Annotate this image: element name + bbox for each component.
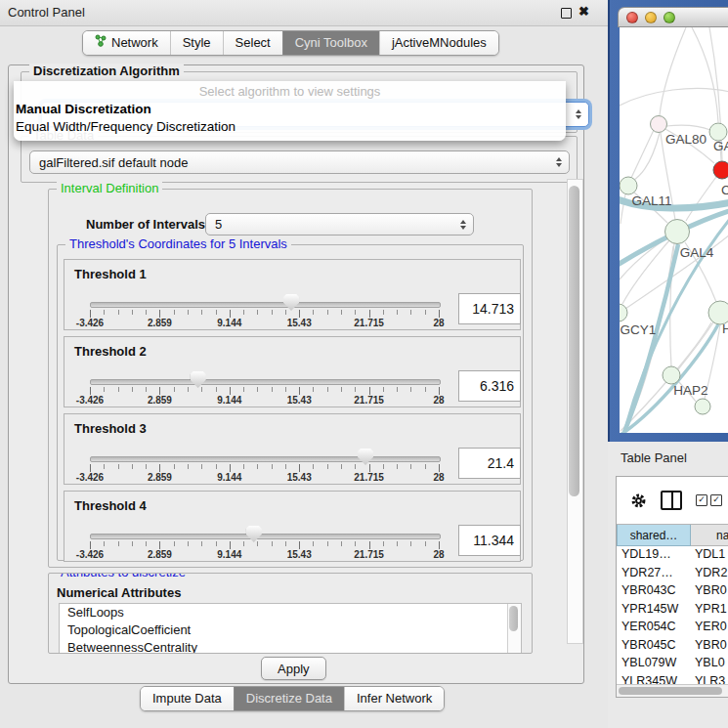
threshold-slider-thumb[interactable] [283,294,299,311]
threshold-value-field[interactable]: 11.344 [458,525,521,556]
tab-style[interactable]: Style [170,31,223,55]
network-node[interactable] [695,399,710,414]
tab-cyni-toolbox[interactable]: Cyni Toolbox [282,31,379,55]
tab-impute-data[interactable]: Impute Data [141,687,234,710]
control-panel-titlebar: Control Panel ✖ [0,0,608,26]
network-node[interactable] [651,116,667,133]
tick-label: 21.715 [354,395,384,406]
network-node-label: C [721,183,728,197]
table-row[interactable]: YBL079WYBL0 [617,654,728,672]
attribute-list-item[interactable]: TopologicalCoefficient [60,621,521,639]
algorithm-option[interactable]: Equal Width/Frequency Discretization [14,118,566,136]
attributes-list[interactable]: SelfLoopsTopologicalCoefficientBetweenne… [59,603,522,654]
table-panel-title: Table Panel [621,450,687,465]
slider-major-ticks [90,387,440,395]
table-row[interactable]: YBR045CYBR0 [617,636,728,655]
close-icon[interactable]: ✖ [578,4,589,19]
cell-shared-name: YBR045C [617,638,689,652]
table-row[interactable]: YER054CYER0 [617,618,728,636]
tab-network[interactable]: Network [83,31,170,55]
column-header-name[interactable]: na [691,525,728,546]
slider-major-ticks [90,541,440,549]
network-window-titlebar[interactable] [618,7,728,27]
network-node[interactable] [620,177,637,194]
tab-select[interactable]: Select [223,31,282,55]
gear-icon[interactable] [630,492,647,509]
combo-stepper-icon [460,220,466,230]
tick-label: 21.715 [354,472,384,483]
cell-name: YDR2 [689,566,728,579]
network-node[interactable] [713,161,728,179]
float-window-icon[interactable] [561,8,572,19]
table-horizontal-scrollbar[interactable] [617,684,728,697]
network-edge [631,130,654,178]
split-view-icon[interactable] [661,491,682,510]
network-icon [95,31,107,55]
network-view-canvas[interactable]: GAL80GACGAL11GAL4GCY1HHAP2 [620,27,728,433]
list-scrollbar-thumb[interactable] [509,606,518,631]
network-window-frame[interactable]: GAL80GACGAL11GAL4GCY1HHAP2 [608,0,728,442]
tab-infer-network[interactable]: Infer Network [344,687,444,710]
list-scrollbar[interactable] [507,604,521,653]
cell-shared-name: YDR27… [617,566,689,579]
number-of-intervals-combobox[interactable]: 5 [205,213,474,236]
threshold-slider-track[interactable] [90,379,441,385]
slider-scale: -3.4262.8599.14415.4321.71528 [90,395,439,406]
attribute-list-item[interactable]: SelfLoops [60,604,521,621]
cell-shared-name: YER054C [617,620,689,633]
panel-scrollbar[interactable] [567,179,583,644]
threshold-label: Threshold 3 [74,421,147,436]
network-node[interactable] [620,304,627,321]
algorithm-option[interactable]: Manual Discretization [14,101,566,118]
network-node[interactable] [665,220,690,244]
network-node-label: GAL11 [631,193,671,208]
checkbox-column-icon[interactable]: ✓ [710,494,722,506]
network-node-label: GCY1 [621,322,657,337]
table-header-row: shared… na [617,524,728,546]
table-row[interactable]: YBR043CYBR0 [617,581,728,600]
table-rows: YDL19…YDL1YDR27…YDR2YBR043CYBR0YPR145WYP… [617,545,728,687]
tick-label: 2.859 [148,395,172,406]
close-traffic-light-icon[interactable] [626,12,638,23]
table-row[interactable]: YPR145WYPR1 [617,600,728,619]
threshold-value-field[interactable]: 6.316 [458,370,521,402]
tick-label: 9.144 [217,472,241,483]
column-header-shared-name[interactable]: shared… [617,525,691,546]
zoom-traffic-light-icon[interactable] [664,12,675,23]
panel-scrollbar-thumb[interactable] [569,186,579,496]
threshold-slider-track[interactable] [90,302,441,308]
network-node[interactable] [663,366,680,384]
slider-major-ticks [90,464,440,472]
threshold-slider-thumb[interactable] [246,526,262,542]
checkbox-column-icon[interactable]: ✓ [696,494,707,506]
network-node-label: H [722,321,728,336]
tick-label: 28 [433,472,444,483]
combo-stepper-icon [556,157,562,167]
threshold-slider-track[interactable] [90,534,441,539]
cell-name: YBR0 [689,638,728,652]
attribute-list-item[interactable]: BetweennessCentrality [60,639,521,654]
minimize-traffic-light-icon[interactable] [645,12,657,23]
network-node-label: GAL4 [680,245,714,260]
table-data-combobox[interactable]: galFiltered.sif default node [29,150,570,174]
table-row[interactable]: YDL19…YDL1 [617,545,728,564]
cell-name: YPR1 [689,602,728,616]
network-edge [666,125,710,130]
tab-jactivemnodules[interactable]: jActiveMNodules [379,31,498,55]
threshold-slider-thumb[interactable] [358,449,373,465]
group-title: Attributes to discretize [57,573,190,579]
apply-button[interactable]: Apply [261,657,326,680]
threshold-slider-track[interactable] [90,456,441,462]
threshold-value-field[interactable]: 21.4 [458,448,521,479]
threshold-label: Threshold 4 [74,498,147,513]
threshold-panel: Threshold 1-3.4262.8599.14415.4321.71528… [64,259,521,330]
tab-discretize-data[interactable]: Discretize Data [234,687,344,710]
network-node-label: GAL80 [665,132,707,147]
hscrollbar-thumb[interactable] [619,687,722,695]
cyni-toolbox-panel: Discretization Algorithm Table Data galF… [8,64,584,684]
threshold-slider-thumb[interactable] [191,371,206,388]
threshold-value-field[interactable]: 14.713 [458,293,521,324]
cell-name: YER0 [689,620,728,633]
table-row[interactable]: YDR27…YDR2 [617,564,728,582]
group-title: Interval Definition [57,181,162,195]
